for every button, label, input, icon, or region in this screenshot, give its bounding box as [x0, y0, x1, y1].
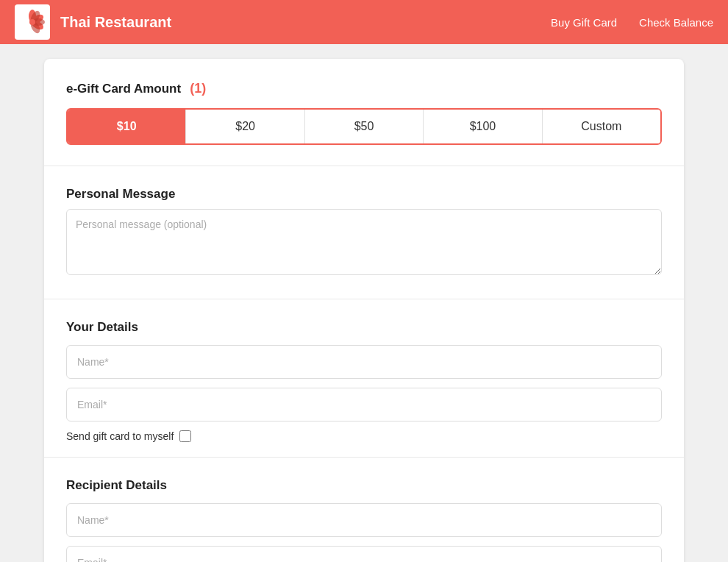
restaurant-logo	[15, 4, 50, 40]
buy-gift-card-link[interactable]: Buy Gift Card	[551, 16, 617, 29]
your-details-section: Your Details Send gift card to myself	[66, 320, 662, 442]
divider-1	[44, 166, 684, 166]
amount-custom-button[interactable]: Custom	[543, 110, 660, 143]
amount-section-header: e-Gift Card Amount (1)	[66, 81, 662, 96]
amount-section-title: e-Gift Card Amount	[66, 82, 181, 96]
amount-10-button[interactable]: $10	[68, 110, 186, 143]
step-indicator: (1)	[190, 81, 206, 96]
header: Thai Restaurant Buy Gift Card Check Bala…	[0, 0, 728, 44]
send-to-myself-checkbox[interactable]	[179, 430, 191, 442]
your-name-input[interactable]	[66, 345, 662, 379]
amount-20-button[interactable]: $20	[186, 110, 304, 143]
main-content: e-Gift Card Amount (1) $10 $20 $50 $100 …	[0, 44, 728, 562]
send-to-myself-row: Send gift card to myself	[66, 430, 662, 442]
your-email-input[interactable]	[66, 388, 662, 422]
restaurant-name: Thai Restaurant	[60, 14, 551, 31]
amount-selector: $10 $20 $50 $100 Custom	[66, 108, 662, 145]
recipient-name-input[interactable]	[66, 503, 662, 537]
divider-3	[44, 457, 684, 458]
amount-100-button[interactable]: $100	[424, 110, 542, 143]
divider-2	[44, 299, 684, 299]
gift-card-form: e-Gift Card Amount (1) $10 $20 $50 $100 …	[44, 59, 684, 562]
send-to-myself-label: Send gift card to myself	[66, 430, 174, 442]
recipient-details-section: Recipient Details	[66, 478, 662, 562]
recipient-email-input[interactable]	[66, 546, 662, 562]
header-nav: Buy Gift Card Check Balance	[551, 16, 713, 29]
personal-message-title: Personal Message	[66, 187, 662, 202]
check-balance-link[interactable]: Check Balance	[639, 16, 713, 29]
personal-message-textarea[interactable]	[66, 209, 662, 275]
personal-message-section: Personal Message	[66, 187, 662, 278]
amount-50-button[interactable]: $50	[305, 110, 424, 143]
svg-point-6	[29, 19, 35, 25]
recipient-details-title: Recipient Details	[66, 478, 662, 493]
your-details-title: Your Details	[66, 320, 662, 335]
